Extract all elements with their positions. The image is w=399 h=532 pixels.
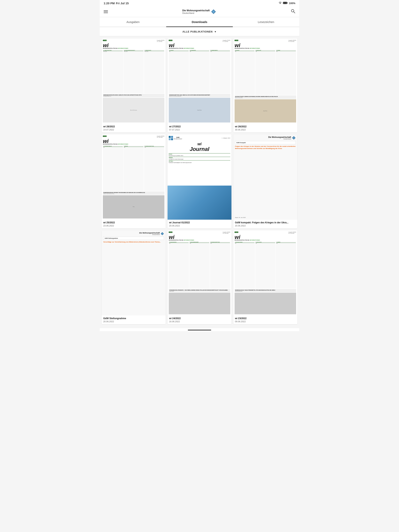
- publication-thumbnail: C 7410 Ausgabe 28/202214. Juli 2022 wi W…: [102, 38, 166, 124]
- list-item[interactable]: C 7410 Ausgabe 24/202216. Juni 2022 wi W…: [167, 230, 232, 324]
- battery-icon: [283, 2, 288, 5]
- publication-date: 20.06.2022: [235, 225, 296, 227]
- publication-date: 09.06.2022: [235, 320, 296, 323]
- svg-rect-11: [171, 138, 173, 140]
- navigation-tabs: Ausgaben Downloads Lesezeichen: [100, 17, 299, 27]
- status-bar-icons: 100%: [279, 2, 295, 5]
- publication-date: 07.07.2022: [169, 128, 230, 131]
- app-header: Die Wohnungswirtschaft Deutschland: [100, 6, 299, 17]
- status-bar-time: 1:20 PM Fri Jul 15: [104, 1, 129, 5]
- tab-downloads[interactable]: Downloads: [166, 17, 233, 27]
- list-item[interactable]: C 7410 Ausgabe 23/202209. Juni 2022 wi W…: [233, 230, 297, 324]
- publication-info: wi 23/2022 09.06.2022: [233, 316, 297, 324]
- time: 1:20 PM: [104, 1, 115, 5]
- publication-thumbnail: C 7410 Ausgabe 25/202223. Juni 2022 wi W…: [102, 134, 166, 219]
- chevron-down-icon: ▼: [214, 30, 217, 33]
- publication-title: wi 24/2022: [169, 317, 230, 320]
- publication-title: GdW Stellungnahme: [103, 317, 164, 320]
- publication-thumbnail: C 7410 Ausgabe 23/202209. Juni 2022 wi W…: [233, 230, 297, 316]
- publication-date: 14.07.2022: [103, 128, 164, 131]
- logo-title: Die Wohnungswirtschaft: [182, 9, 210, 12]
- publication-title: GdW kompakt: Folgen des Krieges in der U…: [235, 221, 296, 224]
- svg-rect-2: [283, 2, 287, 4]
- publication-info: wi 25/2022 23.06.2022: [102, 220, 166, 228]
- publication-title: wi 23/2022: [235, 317, 296, 320]
- publication-title: wi Journal 01/2022: [169, 221, 230, 224]
- list-item[interactable]: C 7410 Ausgabe 26/202230. Juni 2022 wi W…: [233, 38, 297, 133]
- publication-thumbnail: Die Wohnungswirtschaft Deutschland GdW K…: [233, 134, 297, 219]
- home-indicator: [100, 328, 299, 331]
- list-item[interactable]: C 7410 Ausgabe 27/202207. Juli 2022 wi W…: [167, 38, 232, 133]
- list-item[interactable]: GdWBundesverband 1. Halbjahr 2022 wi Jou…: [167, 134, 232, 228]
- publication-thumbnail: C 7410 Ausgabe 26/202230. Juni 2022 wi W…: [233, 38, 297, 124]
- battery-pct: 100%: [289, 2, 295, 5]
- publication-thumbnail: GdWBundesverband 1. Halbjahr 2022 wi Jou…: [167, 134, 232, 219]
- publication-date: 23.06.2022: [103, 225, 164, 227]
- publication-info: wi 28/2022 14.07.2022: [102, 124, 166, 133]
- list-item[interactable]: C 7410 Ausgabe 25/202223. Juni 2022 wi W…: [102, 134, 166, 228]
- logo-subtitle: Deutschland: [182, 12, 210, 14]
- date: Fri Jul 15: [116, 1, 129, 5]
- svg-rect-1: [287, 3, 288, 4]
- svg-rect-8: [169, 136, 171, 138]
- svg-line-7: [294, 12, 295, 13]
- filter-bar: ALLE PUBLIKATIONEN ▼: [100, 27, 299, 36]
- search-button[interactable]: [291, 9, 295, 15]
- publication-title: wi 27/2022: [169, 125, 230, 128]
- wifi-icon: [279, 2, 282, 5]
- list-item[interactable]: Die Wohnungswirtschaft Deutschland GdW S…: [102, 230, 166, 324]
- publication-info: wi 26/2022 30.06.2022: [233, 124, 297, 133]
- home-bar: [188, 330, 211, 330]
- publication-date: 16.06.2022: [169, 320, 230, 323]
- publication-thumbnail: Die Wohnungswirtschaft Deutschland GdW S…: [102, 230, 166, 316]
- logo-text: Die Wohnungswirtschaft Deutschland: [182, 9, 210, 14]
- svg-rect-10: [169, 138, 171, 140]
- publication-info: GdW Stellungnahme 20.06.2022: [102, 316, 166, 324]
- filter-button[interactable]: ALLE PUBLIKATIONEN ▼: [182, 30, 217, 33]
- tab-ausgaben[interactable]: Ausgaben: [100, 17, 166, 27]
- publication-title: wi 28/2022: [103, 125, 164, 128]
- publications-grid: C 7410 Ausgabe 28/202214. Juli 2022 wi W…: [100, 38, 299, 328]
- publication-info: wi Journal 01/2022 20.06.2022: [167, 220, 232, 228]
- publication-title: wi 26/2022: [235, 125, 296, 128]
- publication-thumbnail: C 7410 Ausgabe 24/202216. Juni 2022 wi W…: [167, 230, 232, 316]
- publication-info: GdW kompakt: Folgen des Krieges in der U…: [233, 220, 297, 228]
- list-item[interactable]: C 7410 Ausgabe 28/202214. Juli 2022 wi W…: [102, 38, 166, 133]
- publication-date: 20.06.2022: [103, 320, 164, 323]
- publication-info: wi 24/2022 16.06.2022: [167, 316, 232, 324]
- publication-date: 30.06.2022: [235, 128, 296, 131]
- tab-lesezeichen[interactable]: Lesezeichen: [233, 17, 299, 27]
- publication-info: wi 27/2022 07.07.2022: [167, 124, 232, 133]
- hamburger-button[interactable]: [104, 10, 108, 13]
- status-bar: 1:20 PM Fri Jul 15 100%: [100, 0, 299, 6]
- list-item[interactable]: Die Wohnungswirtschaft Deutschland GdW K…: [233, 134, 297, 228]
- publication-title: wi 25/2022: [103, 221, 164, 224]
- publication-date: 20.06.2022: [169, 225, 230, 227]
- logo-diamond-icon: [211, 9, 216, 14]
- svg-rect-9: [171, 136, 173, 138]
- publication-thumbnail: C 7410 Ausgabe 27/202207. Juli 2022 wi W…: [167, 38, 232, 124]
- app-logo: Die Wohnungswirtschaft Deutschland: [182, 9, 216, 14]
